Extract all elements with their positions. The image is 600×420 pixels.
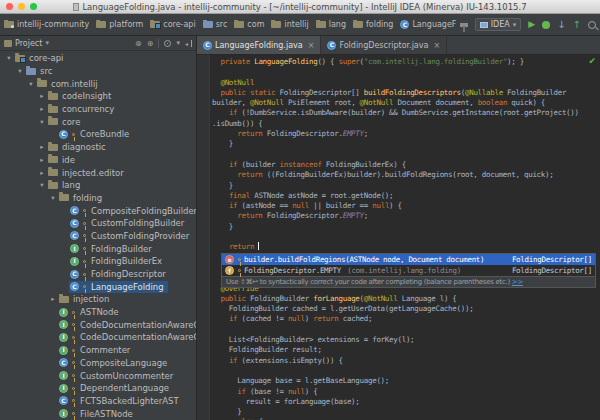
tree-item-content: injected.editor <box>47 167 128 179</box>
tree-expand-arrow[interactable]: ▸ <box>37 92 47 100</box>
tree-item-commenter[interactable]: ICommenter <box>0 344 196 357</box>
breadcrumb-item-languagefolding[interactable]: CLanguageFolding <box>400 20 455 29</box>
gear-dropdown-icon[interactable]: ▾ <box>176 39 180 47</box>
tree-item-fctsbackedlighterast[interactable]: CFCTSBackedLighterAST <box>0 395 196 408</box>
tree-item-concurrency[interactable]: ▸concurrency <box>0 103 196 116</box>
tree-item-content: CLanguageFolding <box>69 281 168 293</box>
toolbar-actions: IDEA ▾ ▶ ↓ ↑ <box>460 18 596 31</box>
tree-expand-arrow[interactable]: ▸ <box>37 156 47 164</box>
vcs-update-icon[interactable]: ↓ <box>557 20 565 30</box>
tree-item-codedocumentationawarecom[interactable]: ICodeDocumentationAwareCom <box>0 331 196 344</box>
tree-item-com.intellij[interactable]: ▾com.intellij <box>0 77 196 90</box>
breadcrumb-item-intellij-community[interactable]: intellij-community <box>4 20 89 29</box>
tab-foldingdescriptor.java[interactable]: CFoldingDescriptor.java× <box>321 36 447 54</box>
tree-item-label: FoldingBuilder <box>91 244 152 254</box>
tree-item-customfoldingprovider[interactable]: CCustomFoldingProvider <box>0 230 196 243</box>
completion-item[interactable]: mbuilder.buildFoldRegions(ASTNode node, … <box>222 254 595 265</box>
breadcrumb-item-intellij[interactable]: intellij <box>271 20 308 29</box>
tree-item-codeinsight[interactable]: ▸codeInsight <box>0 90 196 103</box>
tree-item-content: core-api <box>14 52 67 64</box>
window-title: LanguageFolding.java - intellij-communit… <box>82 2 526 12</box>
debug-icon[interactable] <box>542 21 550 29</box>
module-folder <box>15 55 25 62</box>
interface-icon: I <box>59 371 68 380</box>
tree-item-label: CustomUncommenter <box>80 371 173 381</box>
editor[interactable]: private LanguageFolding() { super("com.i… <box>197 55 600 420</box>
tree-expand-arrow[interactable]: ▸ <box>37 143 47 151</box>
tree-item-foldingdescriptor[interactable]: CFoldingDescriptor <box>0 268 196 281</box>
tree-item-languagefolding[interactable]: CLanguageFolding <box>0 280 196 293</box>
tree-expand-arrow[interactable]: ▾ <box>26 80 36 88</box>
breadcrumb-item-core-api[interactable]: core-api <box>150 20 195 29</box>
build-icon[interactable] <box>460 23 468 27</box>
tree-item-label: CoreBundle <box>80 129 129 139</box>
tree-item-ide[interactable]: ▸ide <box>0 154 196 167</box>
breadcrumb-item-src[interactable]: src <box>203 20 228 29</box>
tree-item-label: FoldingDescriptor <box>91 269 166 279</box>
completion-popup: mbuilder.buildFoldRegions(ASTNode node, … <box>221 253 596 288</box>
code-area[interactable]: private LanguageFolding() { super("com.i… <box>212 57 600 420</box>
tree-item-folding[interactable]: ▾folding <box>0 192 196 205</box>
class-icon: C <box>70 231 79 240</box>
hide-panel-icon[interactable]: ◂ <box>185 40 192 47</box>
tree-item-label: FoldingBuilderEx <box>91 256 162 266</box>
tree-item-corebundle[interactable]: CCoreBundle <box>0 128 196 141</box>
interface-icon: I <box>70 257 79 266</box>
breadcrumb-item-folding[interactable]: folding <box>353 20 393 29</box>
locate-file-icon[interactable]: ⊕ <box>147 39 154 48</box>
code-line: builder, @NotNull PsiElement root, @NotN… <box>212 98 600 108</box>
tree-item-dependentlanguage[interactable]: IDependentLanguage <box>0 382 196 395</box>
project-view-dropdown[interactable]: ▾ <box>45 39 49 47</box>
tree-item-customuncommenter[interactable]: ICustomUncommenter <box>0 369 196 382</box>
package-folder <box>48 182 58 189</box>
key-icon <box>83 273 86 276</box>
search-icon[interactable] <box>588 21 596 29</box>
tree-item-injection[interactable]: ▸injection <box>0 293 196 306</box>
code-line: List<FoldingBuilder> extensions = forKey… <box>212 335 600 345</box>
tree-item-compositelanguage[interactable]: CCompositeLanguage <box>0 357 196 370</box>
tree-item-customfoldingbuilder[interactable]: CCustomFoldingBuilder <box>0 217 196 230</box>
tree-item-label: injected.editor <box>62 168 124 178</box>
code-line: @NotNull <box>212 78 600 88</box>
vcs-commit-icon[interactable]: ↑ <box>573 20 581 30</box>
tree-item-codedocumentationawarecom[interactable]: ICodeDocumentationAwareCom <box>0 318 196 331</box>
tree-item-compositefoldingbuilder[interactable]: CCompositeFoldingBuilder <box>0 204 196 217</box>
tree-item-astnode[interactable]: IASTNode <box>0 306 196 319</box>
field-icon: f <box>225 266 234 275</box>
tab-languagefolding.java[interactable]: CLanguageFolding.java× <box>197 36 321 54</box>
breadcrumb-item-com[interactable]: com <box>234 20 264 29</box>
tree-item-label: src <box>40 66 52 76</box>
tree-item-fileastnode[interactable]: IFileASTNode <box>0 407 196 420</box>
tree-expand-arrow[interactable]: ▾ <box>48 194 58 202</box>
tree-item-lang[interactable]: ▾lang <box>0 179 196 192</box>
key-icon <box>72 323 75 326</box>
gear-icon[interactable] <box>164 40 171 47</box>
tree-expand-arrow[interactable]: ▾ <box>15 67 25 75</box>
tree-item-src[interactable]: ▾src <box>0 65 196 78</box>
run-config-selector[interactable]: IDEA ▾ <box>475 18 522 31</box>
tree-item-content: CCustomFoldingBuilder <box>69 217 188 229</box>
close-icon[interactable]: × <box>308 41 315 50</box>
tree-item-diagnostic[interactable]: ▸diagnostic <box>0 141 196 154</box>
class-icon: C <box>59 130 68 139</box>
completion-hint-link[interactable]: >> <box>512 278 523 286</box>
tree-expand-arrow[interactable]: ▸ <box>37 105 47 113</box>
tree-expand-arrow[interactable]: ▾ <box>37 118 47 126</box>
breadcrumb-item-lang[interactable]: lang <box>316 20 346 29</box>
run-icon[interactable]: ▶ <box>528 20 535 29</box>
close-icon[interactable]: × <box>433 41 440 50</box>
tree-item-foldingbuilderex[interactable]: IFoldingBuilderEx <box>0 255 196 268</box>
tree-expand-arrow[interactable]: ▾ <box>4 54 14 62</box>
completion-item[interactable]: fFoldingDescriptor.EMPTY (com.intellij.l… <box>222 265 595 276</box>
tree-item-core-api[interactable]: ▾core-api <box>0 52 196 65</box>
inspection-ok-icon: ✔ <box>588 56 596 66</box>
collapse-all-icon[interactable]: ⊗ <box>135 39 142 48</box>
tree-item-foldingbuilder[interactable]: IFoldingBuilder <box>0 242 196 255</box>
tree-expand-arrow[interactable]: ▸ <box>37 169 47 177</box>
tree-item-core[interactable]: ▾core <box>0 115 196 128</box>
tree-item-injected.editor[interactable]: ▸injected.editor <box>0 166 196 179</box>
completion-type: FoldingDescriptor[] <box>504 255 592 264</box>
breadcrumb-item-platform[interactable]: platform <box>96 20 143 29</box>
tree-expand-arrow[interactable]: ▾ <box>37 181 47 189</box>
tree-expand-arrow[interactable]: ▸ <box>48 295 58 303</box>
